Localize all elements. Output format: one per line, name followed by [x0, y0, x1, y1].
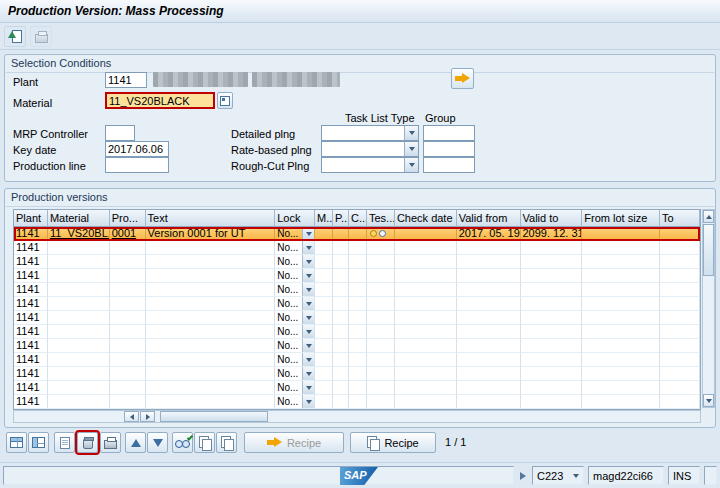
column-header-m[interactable]: M... — [315, 210, 333, 227]
cell-tes — [367, 395, 395, 409]
column-header-valid_to[interactable]: Valid to — [521, 210, 583, 227]
table-row[interactable]: 1141No... — [14, 339, 700, 353]
table-row[interactable]: 1141No... — [14, 297, 700, 311]
copy-button[interactable] — [194, 432, 215, 453]
table-row[interactable]: 1141No... — [14, 269, 700, 283]
mrp-controller-input[interactable] — [105, 125, 135, 141]
material-input[interactable] — [105, 92, 215, 109]
lock-dropdown[interactable]: No... — [275, 269, 315, 283]
lock-dropdown[interactable]: No... — [275, 339, 315, 353]
horizontal-scrollbar[interactable] — [13, 410, 701, 423]
lock-dropdown[interactable]: No... — [275, 367, 315, 381]
material-matchcode-button[interactable] — [217, 92, 233, 109]
rate-group-input[interactable] — [423, 141, 475, 157]
print-list-button[interactable] — [100, 432, 121, 453]
plant-input[interactable] — [105, 72, 147, 88]
column-header-material[interactable]: Material — [48, 210, 110, 227]
cell-c — [349, 255, 367, 269]
print-button[interactable] — [30, 26, 52, 47]
sort-ascending-button[interactable] — [125, 432, 146, 453]
lock-value: No... — [275, 339, 302, 352]
detailed-group-input[interactable] — [423, 125, 475, 141]
block-button[interactable] — [216, 432, 237, 453]
selection-conditions-title: Selection Conditions — [11, 57, 111, 71]
column-header-to_lot[interactable]: To — [660, 210, 700, 227]
cell-pro — [110, 283, 146, 297]
lock-dropdown[interactable]: No... — [275, 381, 315, 395]
detailed-plng-combo[interactable] — [321, 125, 419, 141]
lock-dropdown[interactable]: No... — [275, 297, 315, 311]
cell-c — [349, 381, 367, 395]
horizontal-scroll-thumb[interactable] — [160, 411, 268, 422]
cell-from_lot — [582, 241, 660, 255]
production-line-input[interactable] — [105, 157, 169, 173]
rough-group-input[interactable] — [423, 157, 475, 173]
rate-based-plng-combo[interactable] — [321, 141, 419, 157]
vertical-scroll-thumb[interactable] — [703, 224, 714, 276]
scroll-down-button[interactable] — [703, 394, 714, 407]
cell-valid_to — [521, 283, 583, 297]
column-header-valid_from[interactable]: Valid from — [457, 210, 521, 227]
dropdown-icon — [302, 353, 314, 366]
scroll-up-button[interactable] — [703, 210, 714, 223]
column-header-from_lot[interactable]: From lot size — [582, 210, 660, 227]
scroll-left-button[interactable] — [124, 411, 139, 422]
continue-button[interactable] — [451, 68, 474, 89]
cell-valid_from — [457, 395, 521, 409]
lock-dropdown[interactable]: No... — [275, 255, 315, 269]
dropdown-icon — [404, 158, 418, 172]
table-row[interactable]: 1141No... — [14, 325, 700, 339]
column-header-check_date[interactable]: Check date — [395, 210, 457, 227]
lock-dropdown[interactable]: No... — [275, 325, 315, 339]
create-entry-button[interactable] — [54, 432, 75, 453]
cell-valid_from — [457, 241, 521, 255]
detailed-plng-label: Detailed plng — [231, 127, 295, 141]
column-header-p[interactable]: P... — [333, 210, 349, 227]
cell-to_lot — [660, 325, 700, 339]
column-header-lock[interactable]: Lock — [275, 210, 315, 227]
lock-dropdown[interactable]: No... — [275, 353, 315, 367]
sort-descending-button[interactable] — [147, 432, 168, 453]
table-row[interactable]: 1141No... — [14, 395, 700, 409]
cell-to_lot — [660, 283, 700, 297]
lock-dropdown[interactable]: No... — [275, 283, 315, 297]
copy-icon — [199, 436, 211, 449]
column-header-tes[interactable]: Tes... — [367, 210, 395, 227]
rough-cut-plng-combo[interactable] — [321, 157, 419, 173]
system-field[interactable]: C223 — [532, 466, 584, 485]
column-header-pro[interactable]: Pro... — [110, 210, 146, 227]
cell-valid_from — [457, 311, 521, 325]
goto-recipe-button[interactable]: Recipe — [244, 432, 344, 453]
table-row[interactable]: 1141No... — [14, 381, 700, 395]
status-expand-icon[interactable] — [520, 472, 526, 480]
cell-valid_from — [457, 353, 521, 367]
select-all-button[interactable] — [6, 432, 27, 453]
consistency-check-button[interactable] — [172, 432, 193, 453]
key-date-input[interactable] — [105, 141, 169, 157]
cell-plant: 1141 — [14, 269, 48, 283]
copy-recipe-button[interactable]: Recipe — [350, 432, 436, 453]
column-header-text[interactable]: Text — [146, 210, 276, 227]
insert-mode-field[interactable]: INS — [668, 466, 700, 485]
cell-material — [48, 325, 110, 339]
column-header-c[interactable]: C... — [349, 210, 367, 227]
table-row-selected[interactable]: 114111_VS20BL..0001Version 0001 for UTNo… — [14, 227, 700, 241]
lock-dropdown[interactable]: No... — [275, 227, 315, 241]
table-row[interactable]: 1141No... — [14, 255, 700, 269]
table-row[interactable]: 1141No... — [14, 367, 700, 381]
scroll-right-button[interactable] — [140, 411, 155, 422]
table-row[interactable]: 1141No... — [14, 283, 700, 297]
cell-check_date — [395, 381, 457, 395]
table-row[interactable]: 1141No... — [14, 353, 700, 367]
table-row[interactable]: 1141No... — [14, 241, 700, 255]
delete-button[interactable] — [77, 432, 98, 453]
lock-dropdown[interactable]: No... — [275, 241, 315, 255]
vertical-scrollbar[interactable] — [702, 209, 715, 408]
column-header-plant[interactable]: Plant — [14, 210, 48, 227]
cell-p — [333, 395, 349, 409]
deselect-all-button[interactable] — [28, 432, 49, 453]
lock-dropdown[interactable]: No... — [275, 311, 315, 325]
exit-button[interactable] — [4, 26, 26, 47]
table-row[interactable]: 1141No... — [14, 311, 700, 325]
lock-dropdown[interactable]: No... — [275, 395, 315, 409]
